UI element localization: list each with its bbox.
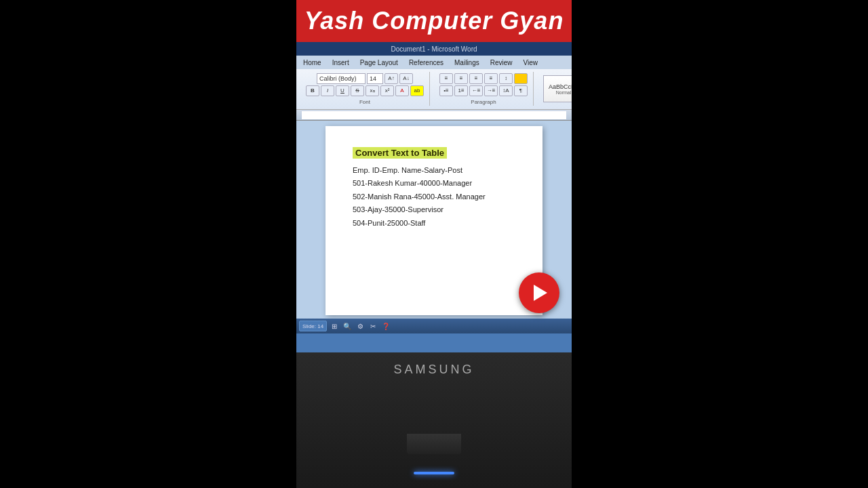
ruler-inner (302, 111, 566, 119)
word-ribbon: Home Insert Page Layout References Maili… (296, 56, 572, 110)
tab-review[interactable]: Review (488, 58, 515, 68)
ribbon-tabs: Home Insert Page Layout References Maili… (296, 56, 572, 69)
ribbon-paragraph-group: ≡ ≡ ≡ ≡ ↕ •≡ 1≡ ←≡ →≡ ↕A ¶ (434, 72, 534, 106)
word-taskbar: Slide: 14 ⊞ 🔍 ⚙ ✂ ❓ (296, 319, 572, 333)
play-triangle-icon (534, 285, 547, 301)
justify-btn[interactable]: ≡ (484, 73, 498, 84)
channel-title: Yash Computer Gyan (304, 7, 564, 35)
indent-decrease-btn[interactable]: ←≡ (469, 85, 483, 96)
left-black-panel (0, 0, 296, 488)
tab-mailings[interactable]: Mailings (452, 58, 482, 68)
align-center-btn[interactable]: ≡ (454, 73, 468, 84)
font-row1: Calibri (Body) 14 A↑ A↓ (317, 73, 413, 84)
word-title-text: Document1 - Microsoft Word (391, 45, 477, 53)
slide-count-item: Slide: 14 (299, 321, 327, 331)
align-right-btn[interactable]: ≡ (469, 73, 483, 84)
bold-btn[interactable]: B (306, 85, 319, 96)
grow-font-btn[interactable]: A↑ (384, 73, 398, 84)
sort-btn[interactable]: ↕A (499, 85, 513, 96)
ribbon-content: Calibri (Body) 14 A↑ A↓ B I U S x₂ x² A … (296, 69, 572, 108)
underline-btn[interactable]: U (336, 85, 349, 96)
highlight-btn[interactable]: ab (410, 85, 424, 96)
doc-line-2: 502-Manish Rana-45000-Asst. Manager (353, 192, 515, 202)
strikethrough-btn[interactable]: S (351, 85, 364, 96)
doc-line-4: 504-Punit-25000-Staff (353, 218, 515, 228)
paragraph-group-label: Paragraph (471, 99, 496, 105)
tab-references[interactable]: References (406, 58, 446, 68)
taskbar-icon-2[interactable]: 🔍 (342, 321, 353, 331)
align-left-btn[interactable]: ≡ (439, 73, 453, 84)
font-color-btn[interactable]: A (395, 85, 409, 96)
taskbar-icon-1[interactable]: ⊞ (329, 321, 340, 331)
taskbar-icon-4[interactable]: ✂ (368, 321, 378, 331)
samsung-brand-label: SAMSUNG (393, 363, 474, 377)
doc-line-3: 503-Ajay-35000-Supervisor (353, 205, 515, 215)
shrink-font-btn[interactable]: A↓ (399, 73, 413, 84)
font-size-selector[interactable]: 14 (367, 73, 383, 84)
para-row1: ≡ ≡ ≡ ≡ ↕ (439, 73, 528, 84)
document-heading: Convert Text to Table (353, 147, 447, 159)
para-row2: •≡ 1≡ ←≡ →≡ ↕A ¶ (439, 85, 528, 96)
tab-insert[interactable]: Insert (330, 58, 352, 68)
word-title-bar: Document1 - Microsoft Word (296, 42, 572, 56)
style-normal-label: Normal (556, 90, 572, 95)
subscript-btn[interactable]: x₂ (366, 85, 379, 96)
show-para-btn[interactable]: ¶ (514, 85, 528, 96)
doc-line-0: Emp. ID-Emp. Name-Salary-Post (353, 165, 515, 176)
taskbar-icon-5[interactable]: ❓ (380, 321, 391, 331)
right-black-panel (572, 0, 868, 488)
font-row2: B I U S x₂ x² A ab (306, 85, 424, 96)
ruler (296, 110, 572, 121)
style-normal-box[interactable]: AaBbCcDc Normal (543, 75, 572, 102)
line-spacing-btn[interactable]: ↕ (499, 73, 513, 84)
screen-panel: Yash Computer Gyan Document1 - Microsoft… (296, 0, 572, 352)
tab-view[interactable]: View (521, 58, 541, 68)
monitor-stand (407, 434, 461, 454)
doc-line-1: 501-Rakesh Kumar-40000-Manager (353, 178, 515, 188)
indent-increase-btn[interactable]: →≡ (484, 85, 498, 96)
bullet-list-btn[interactable]: •≡ (439, 85, 453, 96)
monitor-bottom: SAMSUNG (296, 352, 572, 488)
superscript-btn[interactable]: x² (380, 85, 394, 96)
styles-row: AaBbCcDc Normal AaBbCc No Spac... (543, 75, 572, 102)
youtube-play-button[interactable] (519, 272, 559, 313)
italic-btn[interactable]: I (321, 85, 334, 96)
word-page: Convert Text to Table Emp. ID-Emp. Name-… (326, 126, 542, 315)
num-list-btn[interactable]: 1≡ (454, 85, 468, 96)
word-window: Document1 - Microsoft Word Home Insert P… (296, 42, 572, 333)
taskbar-icon-3[interactable]: ⚙ (355, 321, 366, 331)
tab-page-layout[interactable]: Page Layout (357, 58, 401, 68)
ribbon-font-group: Calibri (Body) 14 A↑ A↓ B I U S x₂ x² A … (300, 72, 430, 106)
ribbon-styles-group: AaBbCcDc Normal AaBbCc No Spac... (538, 72, 572, 106)
style-normal-preview: AaBbCcDc (549, 83, 572, 90)
monitor-power-light (414, 472, 454, 474)
channel-banner: Yash Computer Gyan (296, 0, 572, 42)
font-group-label: Font (359, 99, 370, 105)
tab-home[interactable]: Home (300, 58, 324, 68)
font-name-selector[interactable]: Calibri (Body) (317, 73, 366, 84)
shading-btn[interactable] (514, 73, 528, 84)
